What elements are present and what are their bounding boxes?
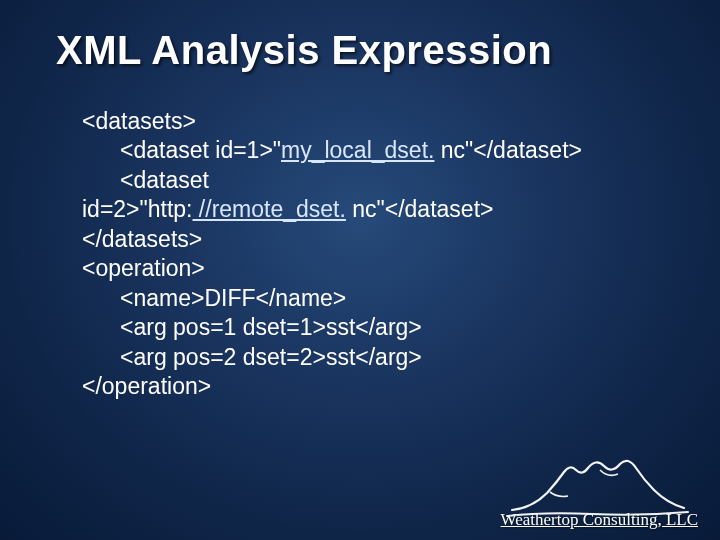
code-text: <name>DIFF</name> [82, 284, 346, 313]
code-line: <arg pos=2 dset=2>sst</arg> [82, 343, 664, 372]
code-link: //remote_dset. [192, 196, 345, 222]
code-line: <name>DIFF</name> [82, 284, 664, 313]
code-text: nc"</dataset> [346, 196, 494, 222]
code-line: <datasets> [82, 107, 664, 136]
code-text: <arg pos=1 dset=1>sst</arg> [82, 313, 422, 342]
code-line: </datasets> [82, 225, 664, 254]
code-text: <dataset id=1>" [120, 137, 281, 163]
code-line: <arg pos=1 dset=1>sst</arg> [82, 313, 664, 342]
code-line: <operation> [82, 254, 664, 283]
code-link: my_local_dset. [281, 137, 434, 163]
code-line: <dataset [82, 166, 664, 195]
code-text: <arg pos=2 dset=2>sst</arg> [82, 343, 422, 372]
footer-company: Weathertop Consulting, LLC [501, 510, 698, 530]
xml-code-block: <datasets> <dataset id=1>"my_local_dset.… [56, 107, 664, 401]
slide: XML Analysis Expression <datasets> <data… [0, 0, 720, 540]
code-line: </operation> [82, 372, 664, 401]
code-line: <dataset id=1>"my_local_dset. nc"</datas… [82, 136, 664, 165]
code-line: id=2>"http: //remote_dset. nc"</dataset> [82, 195, 664, 224]
code-text: <dataset [82, 166, 209, 195]
slide-title: XML Analysis Expression [56, 28, 664, 73]
code-text: nc"</dataset> [434, 137, 582, 163]
code-text: id=2>"http: [82, 196, 192, 222]
